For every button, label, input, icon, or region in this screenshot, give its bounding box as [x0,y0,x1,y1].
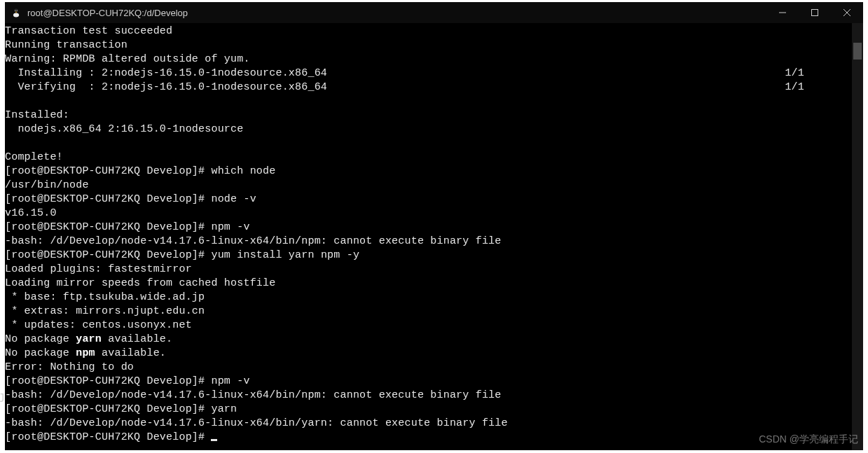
out: Loaded plugins: fastestmirror [5,263,192,275]
out: -bash: /d/Develop/node-v14.17.6-linux-x6… [5,389,502,401]
out: Complete! [5,151,63,163]
out: /usr/bin/node [5,179,89,191]
titlebar[interactable]: root@DESKTOP-CUH72KQ:/d/Develop [5,2,863,23]
out: Verifying : 2:nodejs-16.15.0-1nodesource… [5,81,804,93]
pkg-yarn: yarn [76,333,102,345]
out: No package [5,347,76,359]
scrollbar[interactable] [852,23,863,450]
out: available. [102,333,172,345]
close-button[interactable] [831,2,863,23]
out: Running transaction [5,39,128,51]
svg-point-1 [13,13,19,18]
cmd: yum install yarn npm -y [211,249,359,261]
prompt: [root@DESKTOP-CUH72KQ Develop]# [5,193,211,205]
out: Error: Nothing to do [5,361,134,373]
out: nodejs.x86_64 2:16.15.0-1nodesource [5,123,243,135]
svg-rect-5 [812,10,818,16]
out: Installed: [5,109,69,121]
edge-fragment: J [0,392,5,405]
cmd: npm -v [211,375,249,387]
out: * updates: centos.usonyx.net [5,319,192,331]
prompt: [root@DESKTOP-CUH72KQ Develop]# [5,221,211,233]
cmd: which node [211,165,275,177]
cursor-icon [211,439,217,441]
terminal-output[interactable]: Transaction test succeeded Running trans… [5,23,852,450]
pkg-npm: npm [76,347,95,359]
out: Installing : 2:nodejs-16.15.0-1nodesourc… [5,67,804,79]
out: -bash: /d/Develop/node-v14.17.6-linux-x6… [5,235,502,247]
tux-icon [11,7,22,18]
cmd: yarn [211,403,237,415]
out: No package [5,333,76,345]
out: Transaction test succeeded [5,25,172,37]
cmd: node -v [211,193,256,205]
prompt: [root@DESKTOP-CUH72KQ Develop]# [5,375,211,387]
svg-point-3 [17,11,18,11]
out: v16.15.0 [5,207,57,219]
maximize-button[interactable] [799,2,831,23]
cmd: npm -v [211,221,249,233]
terminal-window: root@DESKTOP-CUH72KQ:/d/Develop Transact… [5,2,863,450]
out: Warning: RPMDB altered outside of yum. [5,53,250,65]
out: available. [95,347,166,359]
out: * base: ftp.tsukuba.wide.ad.jp [5,291,205,303]
out: * extras: mirrors.njupt.edu.cn [5,305,205,317]
out: -bash: /d/Develop/node-v14.17.6-linux-x6… [5,417,508,429]
prompt: [root@DESKTOP-CUH72KQ Develop]# [5,403,211,415]
scroll-thumb[interactable] [853,43,862,60]
prompt: [root@DESKTOP-CUH72KQ Develop]# [5,165,211,177]
prompt: [root@DESKTOP-CUH72KQ Develop]# [5,431,211,443]
prompt: [root@DESKTOP-CUH72KQ Develop]# [5,249,211,261]
minimize-button[interactable] [766,2,799,23]
out: Loading mirror speeds from cached hostfi… [5,277,275,289]
window-title: root@DESKTOP-CUH72KQ:/d/Develop [27,8,188,18]
svg-point-2 [15,11,15,11]
